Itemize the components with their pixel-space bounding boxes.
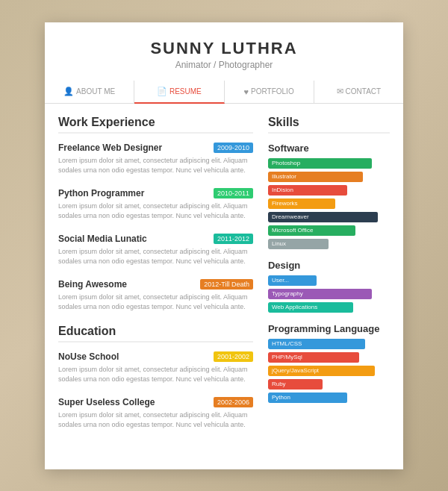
programming-title: Programming Language — [268, 323, 390, 334]
navigation: 👤 ABOUT ME 📄 RESUME ♥ PORTFOLIO ✉ CONTAC… — [45, 81, 403, 104]
job-title: Animator / Photographer — [52, 60, 396, 70]
mail-icon: ✉ — [337, 87, 343, 96]
edu-1: NoUse School 2001-2002 Lorem ipsum dolor… — [58, 351, 253, 385]
full-name: SUNNY LUTHRA — [52, 39, 396, 58]
job-2: Python Programmer 2010-2011 Lorem ipsum … — [58, 188, 253, 222]
edu-2: Super Useless College 2002-2006 Lorem ip… — [58, 397, 253, 431]
job-1-title: Freelance Web Designer — [58, 143, 162, 153]
software-skills: Software Photoshop Illustrator InDision … — [268, 143, 390, 249]
skill-illustrator: Illustrator — [268, 172, 390, 182]
design-skills: Design User... Typography Web Applicatio… — [268, 260, 390, 313]
skill-webapps: Web Applications — [268, 302, 390, 313]
edu-2-date: 2002-2006 — [214, 397, 253, 407]
header: SUNNY LUTHRA Animator / Photographer — [45, 22, 403, 81]
skill-photoshop: Photoshop — [268, 158, 390, 169]
job-2-date: 2010-2011 — [214, 188, 253, 198]
skill-linux: Linux — [268, 239, 390, 249]
job-1-header: Freelance Web Designer 2009-2010 — [58, 143, 253, 153]
job-3-date: 2011-2012 — [214, 234, 253, 244]
user-icon: 👤 — [63, 87, 74, 96]
skill-typography: Typography — [268, 289, 390, 299]
skill-msoffice: Microsoft Office — [268, 225, 390, 236]
job-3-desc: Lorem ipsum dolor sit amet, consectetur … — [58, 247, 253, 267]
resume-card: SUNNY LUTHRA Animator / Photographer 👤 A… — [45, 22, 403, 469]
nav-resume[interactable]: 📄 RESUME — [134, 81, 224, 104]
skill-python: Python — [268, 393, 390, 403]
job-4: Being Awesome 2012-Till Death Lorem ipsu… — [58, 279, 253, 313]
edu-2-header: Super Useless College 2002-2006 — [58, 397, 253, 407]
job-1-date: 2009-2010 — [214, 143, 253, 153]
software-title: Software — [268, 143, 390, 154]
skill-htmlcss: HTML/CSS — [268, 339, 390, 349]
job-3-title: Social Media Lunatic — [58, 234, 147, 244]
job-4-date: 2012-Till Death — [200, 279, 253, 290]
job-2-header: Python Programmer 2010-2011 — [58, 188, 253, 198]
skills-title: Skills — [268, 116, 390, 134]
job-3-header: Social Media Lunatic 2011-2012 — [58, 234, 253, 244]
job-4-title: Being Awesome — [58, 279, 127, 290]
edu-1-title: NoUse School — [58, 351, 119, 362]
main-content: Work Experience Freelance Web Designer 2… — [45, 104, 403, 454]
skill-fireworks: Fireworks — [268, 198, 390, 209]
design-title: Design — [268, 260, 390, 271]
job-1-desc: Lorem ipsum dolor sit amet, consectetur … — [58, 156, 253, 176]
job-1: Freelance Web Designer 2009-2010 Lorem i… — [58, 143, 253, 176]
left-column: Work Experience Freelance Web Designer 2… — [58, 116, 253, 442]
skill-indesign: InDision — [268, 185, 390, 196]
nav-about[interactable]: 👤 ABOUT ME — [45, 81, 134, 103]
edu-1-desc: Lorem ipsum dolor sit amet, consectetur … — [58, 365, 253, 385]
right-column: Skills Software Photoshop Illustrator In… — [268, 116, 390, 442]
nav-portfolio[interactable]: ♥ PORTFOLIO — [225, 81, 314, 103]
edu-2-desc: Lorem ipsum dolor sit amet, consectetur … — [58, 410, 253, 431]
edu-2-title: Super Useless College — [58, 397, 155, 407]
skill-ux: User... — [268, 275, 390, 286]
job-2-title: Python Programmer — [58, 188, 144, 198]
education-title: Education — [58, 325, 253, 343]
work-experience-title: Work Experience — [58, 116, 253, 134]
edu-1-date: 2001-2002 — [214, 351, 253, 362]
skill-phpmysql: PHP/MySql — [268, 352, 390, 363]
programming-skills: Programming Language HTML/CSS PHP/MySql … — [268, 323, 390, 403]
job-2-desc: Lorem ipsum dolor sit amet, consectetur … — [58, 201, 253, 222]
skill-jquery: jQuery/JavaScript — [268, 366, 390, 376]
heart-icon: ♥ — [244, 87, 249, 96]
job-3: Social Media Lunatic 2011-2012 Lorem ips… — [58, 234, 253, 267]
skill-dreamweaver: Dreamweaver — [268, 212, 390, 222]
skill-ruby: Ruby — [268, 379, 390, 390]
nav-contact[interactable]: ✉ CONTACT — [314, 81, 403, 103]
resume-icon: 📄 — [157, 87, 167, 96]
job-4-desc: Lorem ipsum dolor sit amet, consectetur … — [58, 293, 253, 313]
edu-1-header: NoUse School 2001-2002 — [58, 351, 253, 362]
job-4-header: Being Awesome 2012-Till Death — [58, 279, 253, 290]
